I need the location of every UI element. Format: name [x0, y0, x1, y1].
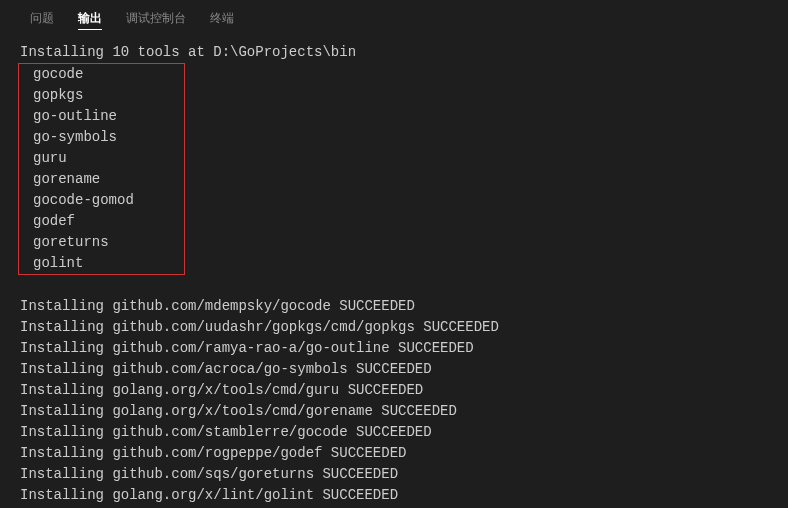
tab-debug-console[interactable]: 调试控制台	[126, 8, 186, 30]
result-line: Installing github.com/acroca/go-symbols …	[20, 359, 768, 380]
result-line: Installing golang.org/x/tools/cmd/gorena…	[20, 401, 768, 422]
tab-terminal[interactable]: 终端	[210, 8, 234, 30]
tab-problems[interactable]: 问题	[30, 8, 54, 30]
tool-item: go-symbols	[19, 127, 134, 148]
tool-item: golint	[19, 253, 134, 274]
panel-tabs: 问题 输出 调试控制台 终端	[0, 0, 788, 34]
tool-item: guru	[19, 148, 134, 169]
tool-item: gopkgs	[19, 85, 134, 106]
tab-output[interactable]: 输出	[78, 8, 102, 30]
result-line: Installing github.com/stamblerre/gocode …	[20, 422, 768, 443]
tool-item: gorename	[19, 169, 134, 190]
tool-item: gocode	[19, 64, 134, 85]
result-line: Installing golang.org/x/lint/golint SUCC…	[20, 485, 768, 506]
result-line: Installing github.com/rogpeppe/godef SUC…	[20, 443, 768, 464]
result-line: Installing github.com/mdempsky/gocode SU…	[20, 296, 768, 317]
blank-line	[20, 275, 768, 296]
install-header-line: Installing 10 tools at D:\GoProjects\bin	[20, 42, 768, 63]
tool-item: goreturns	[19, 232, 134, 253]
tool-item: gocode-gomod	[19, 190, 134, 211]
tools-list-highlight: gocode gopkgs go-outline go-symbols guru…	[18, 63, 185, 275]
output-panel: Installing 10 tools at D:\GoProjects\bin…	[0, 34, 788, 508]
tool-item: go-outline	[19, 106, 134, 127]
result-line: Installing golang.org/x/tools/cmd/guru S…	[20, 380, 768, 401]
result-line: Installing github.com/sqs/goreturns SUCC…	[20, 464, 768, 485]
result-line: Installing github.com/ramya-rao-a/go-out…	[20, 338, 768, 359]
result-line: Installing github.com/uudashr/gopkgs/cmd…	[20, 317, 768, 338]
tool-item: godef	[19, 211, 134, 232]
